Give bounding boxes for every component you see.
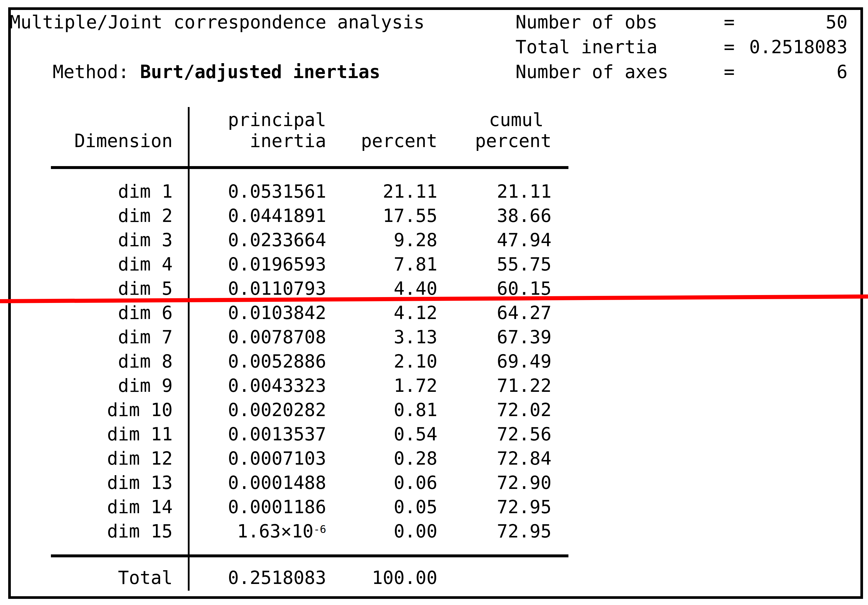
red-annotation-line xyxy=(0,0,868,605)
red-line-stroke xyxy=(0,297,868,301)
stata-output-screenshot: Multiple/Joint correspondence analysis N… xyxy=(0,0,868,605)
